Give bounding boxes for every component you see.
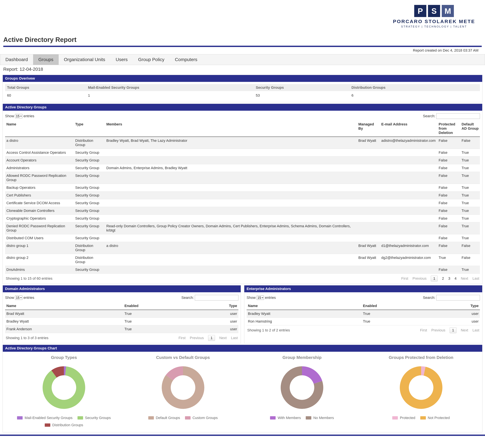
cell-members: Bradley Wyatt, Brad Wyatt, The Lazy Admi…	[105, 137, 357, 149]
cell-managed: Brad Wyatt	[357, 137, 380, 149]
tab-group-policy[interactable]: Group Policy	[133, 54, 170, 65]
tab-computers[interactable]: Computers	[170, 54, 203, 65]
pager-page[interactable]: 3	[448, 276, 450, 281]
column-header[interactable]: Type	[74, 120, 105, 137]
cell-type: Security Group	[74, 199, 105, 207]
cell-email	[380, 164, 437, 172]
cell-managed: Brad Wyatt	[357, 254, 380, 266]
pager-next[interactable]: Next	[461, 328, 468, 332]
tab-users[interactable]: Users	[110, 54, 133, 65]
cell-type: user	[433, 310, 480, 318]
cell-email: adistro@thelazyadministrator.com	[380, 137, 437, 149]
pager-page[interactable]: 4	[454, 276, 456, 281]
cell-default: True	[460, 234, 480, 242]
panel-title: Enterprise Administrators	[244, 285, 482, 292]
tab-organizational-units[interactable]: Organizational Units	[59, 54, 110, 65]
cell-name: Brad Wyatt	[5, 310, 123, 318]
chart-slice	[400, 366, 442, 409]
table-info: Showing 1 to 2 of 2 entries	[247, 328, 290, 332]
tab-dashboard[interactable]: Dashboard	[0, 54, 33, 65]
column-header[interactable]: Default AD Group	[460, 120, 480, 137]
legend-label: With Members	[278, 416, 301, 420]
pager-prev[interactable]: Previous	[431, 328, 445, 332]
search-input[interactable]	[195, 295, 238, 300]
column-header[interactable]: Members	[105, 120, 357, 137]
column-header[interactable]: Name	[247, 302, 362, 310]
column-header[interactable]: Enabled	[123, 302, 193, 310]
pager-page[interactable]: 2	[442, 276, 444, 281]
table-row: Bradley WyattTrueuser	[5, 318, 238, 325]
cell-protected: False	[437, 266, 460, 274]
domain-admins-panel: Domain Administrators Show 15 entries Se…	[3, 285, 241, 343]
cell-default: False	[460, 254, 480, 266]
cell-protected: False	[437, 149, 460, 157]
charts-panel: Active Directory Groups Chart Group Type…	[3, 345, 482, 432]
pager-prev[interactable]: Previous	[190, 336, 204, 340]
cell-managed: Brad Wyatt	[357, 242, 380, 254]
pager-last[interactable]: Last	[472, 276, 479, 281]
cell-default: True	[460, 207, 480, 215]
groups-overview-panel: Groups Overivew Total Groups Mail-Enable…	[3, 75, 482, 102]
column-header[interactable]: Name	[5, 120, 74, 137]
logo-letter: S	[428, 5, 440, 17]
page-size-select[interactable]: 15	[15, 114, 23, 118]
cell-protected: False	[437, 242, 460, 254]
search-input[interactable]	[436, 113, 480, 119]
legend-swatch	[148, 416, 154, 419]
pager-page[interactable]: 1	[208, 335, 215, 341]
page-size-select[interactable]: 15	[257, 296, 264, 300]
cell-enabled: True	[123, 310, 193, 318]
pager-next[interactable]: Next	[219, 336, 227, 340]
cell-members	[105, 192, 357, 199]
cell-protected: False	[437, 207, 460, 215]
legend-label: Security Groups	[85, 416, 111, 420]
cell-name: Cryptographic Operators	[5, 215, 74, 222]
cell-protected: False	[437, 172, 460, 184]
cell-managed	[357, 215, 380, 222]
table-row: Cert PublishersSecurity GroupFalseTrue	[5, 192, 480, 199]
chart-box: Group MembershipWith MembersNo Members	[243, 355, 362, 427]
cell-members	[105, 254, 357, 266]
column-header[interactable]: Type	[433, 302, 480, 310]
cell-managed	[357, 164, 380, 172]
legend-label: Custom Groups	[193, 416, 218, 420]
logo-letter: P	[414, 5, 426, 17]
pager-first[interactable]: First	[420, 328, 427, 332]
cell-name: a distro	[5, 137, 74, 149]
column-header[interactable]: Protected from Deletion	[437, 120, 460, 137]
pager-first[interactable]: First	[179, 336, 186, 340]
pager-page[interactable]: 1	[450, 327, 456, 333]
panel-title: Domain Administrators	[3, 285, 241, 292]
cell-managed	[357, 192, 380, 199]
pager-last[interactable]: Last	[472, 328, 479, 332]
pager-page[interactable]: 1	[431, 276, 438, 281]
table-info: Showing 1 to 15 of 60 entries	[6, 276, 52, 281]
cell-type: user	[193, 318, 238, 325]
column-header[interactable]: E-mail Address	[380, 120, 437, 137]
chart-title: Groups Protected from Deletion	[362, 355, 481, 360]
cell-type: Security Group	[74, 184, 105, 192]
cell-managed	[357, 157, 380, 164]
tab-groups[interactable]: Groups	[33, 54, 59, 65]
pager-first[interactable]: First	[401, 276, 408, 281]
page-size-select[interactable]: 15	[15, 296, 23, 300]
cell-name: Distributed COM Users	[5, 234, 74, 242]
legend-label: Not Protected	[428, 416, 450, 420]
legend-swatch	[77, 416, 83, 419]
column-header[interactable]: Type	[193, 302, 238, 310]
cell-default: True	[460, 215, 480, 222]
pager-last[interactable]: Last	[231, 336, 238, 340]
cell-default: False	[460, 137, 480, 149]
entries-label: entries	[265, 296, 276, 300]
pager-prev[interactable]: Previous	[413, 276, 427, 281]
legend-swatch	[392, 416, 398, 419]
column-header[interactable]: Enabled	[362, 302, 433, 310]
entries-label: entries	[24, 114, 34, 118]
column-header[interactable]: Name	[5, 302, 123, 310]
show-label: Show	[5, 296, 14, 300]
column-header[interactable]: Managed By	[357, 120, 380, 137]
pager-next[interactable]: Next	[461, 276, 468, 281]
cell-default: False	[460, 242, 480, 254]
search-label: Search:	[423, 296, 435, 300]
search-input[interactable]	[436, 295, 480, 300]
